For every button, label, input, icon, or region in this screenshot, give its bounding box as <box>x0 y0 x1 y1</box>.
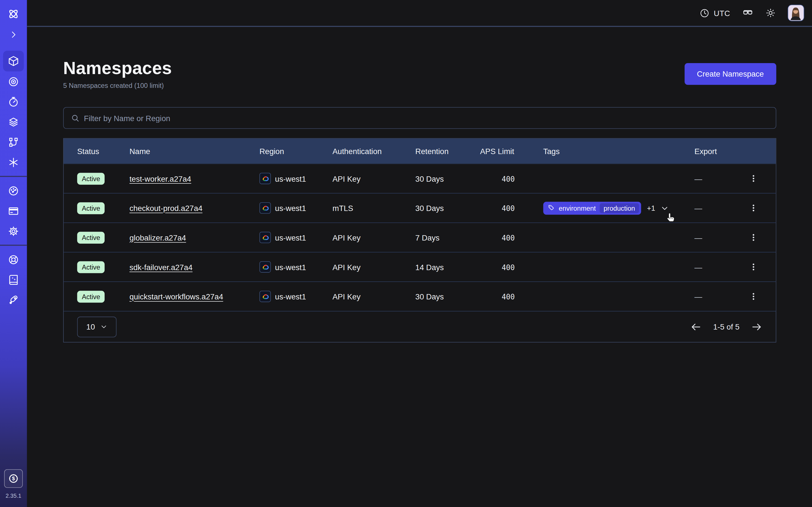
col-status: Status <box>77 147 130 156</box>
tag-icon <box>548 205 555 212</box>
namespace-link[interactable]: test-worker.a27a4 <box>130 174 191 183</box>
sidebar-nav-account <box>3 180 24 241</box>
sparkle-book-icon <box>8 274 19 285</box>
sun-icon <box>765 8 776 18</box>
export-value: — <box>695 233 702 242</box>
sidebar-item-workflows[interactable] <box>3 71 24 92</box>
namespace-link[interactable]: sdk-failover.a27a4 <box>130 263 193 271</box>
namespace-link[interactable]: checkout-prod.a27a4 <box>130 204 202 212</box>
disc-icon <box>8 76 19 87</box>
sidebar-item-usage[interactable] <box>3 180 24 201</box>
timezone-label: UTC <box>714 8 730 17</box>
table-row: Active globalizer.a27a4 us-west1 API Key… <box>64 223 776 252</box>
table-row: Active sdk-failover.a27a4 us-west1 API K… <box>64 252 776 281</box>
page-size-select[interactable]: 10 <box>77 316 117 337</box>
region-label: us-west1 <box>275 233 306 242</box>
rocket-icon <box>8 294 19 305</box>
pagination: 1-5 of 5 <box>691 321 762 332</box>
topbar: UTC <box>27 0 812 27</box>
sidebar-item-batch[interactable] <box>3 132 24 152</box>
next-page-button[interactable] <box>751 321 762 332</box>
namespace-link[interactable]: quickstart-workflows.a27a4 <box>130 292 223 301</box>
table-header-row: Status Name Region Authentication Retent… <box>64 138 776 163</box>
export-value: — <box>695 292 702 301</box>
region-label: us-west1 <box>275 204 306 212</box>
sidebar-item-deployments[interactable] <box>3 112 24 132</box>
sidebar-item-getting-started[interactable] <box>3 290 24 310</box>
temporal-logo[interactable] <box>3 4 24 24</box>
sidebar-item-billing[interactable] <box>3 201 24 221</box>
row-menu-button[interactable] <box>746 171 761 186</box>
tag-key: environment <box>559 204 596 212</box>
row-menu-button[interactable] <box>746 201 761 215</box>
retention: 30 Days <box>415 292 480 301</box>
col-tags: Tags <box>543 147 695 156</box>
region-label: us-west1 <box>275 292 306 301</box>
auth-method: API Key <box>333 292 415 301</box>
chevron-right-icon <box>9 30 18 39</box>
layers-icon <box>8 116 19 127</box>
status-badge: Active <box>77 261 105 273</box>
status-badge: Active <box>77 231 105 243</box>
table-footer: 10 1-5 of 5 <box>64 311 776 342</box>
export-value: — <box>695 174 702 183</box>
sidebar: $ 2.35.1 <box>0 0 27 507</box>
create-namespace-button[interactable]: Create Namespace <box>684 63 776 84</box>
sidebar-item-settings[interactable] <box>3 221 24 241</box>
sidebar-item-support[interactable] <box>3 249 24 270</box>
retention: 30 Days <box>415 174 480 183</box>
sidebar-divider <box>0 245 27 246</box>
labs-toggle-button[interactable] <box>742 7 753 18</box>
export-value: — <box>695 263 702 271</box>
tag-chip[interactable]: environment production <box>543 202 642 214</box>
row-menu-button[interactable] <box>746 230 761 244</box>
asterisk-icon <box>8 157 19 168</box>
namespace-count: 5 Namespaces created (100 limit) <box>63 82 172 90</box>
retention: 7 Days <box>415 233 480 242</box>
aps-limit: 400 <box>480 293 515 301</box>
gear-icon <box>8 225 19 237</box>
sidebar-item-docs[interactable] <box>3 270 24 290</box>
arrow-right-icon <box>751 321 762 332</box>
clock-icon <box>700 8 710 18</box>
sidebar-item-nexus[interactable] <box>3 152 24 172</box>
namespaces-table: Status Name Region Authentication Retent… <box>63 138 776 342</box>
region-label: us-west1 <box>275 263 306 271</box>
sidebar-expand-button[interactable] <box>3 24 24 45</box>
sidebar-item-namespaces[interactable] <box>3 51 24 71</box>
gcp-cloud-icon <box>259 262 271 273</box>
auth-method: API Key <box>333 263 415 271</box>
filter-bar <box>63 107 776 129</box>
previous-page-button[interactable] <box>691 321 702 332</box>
svg-text:$: $ <box>12 475 15 482</box>
page-size-value: 10 <box>86 322 95 331</box>
namespace-link[interactable]: globalizer.a27a4 <box>130 233 186 242</box>
row-menu-button[interactable] <box>746 289 761 304</box>
dollar-badge-icon: $ <box>8 473 19 484</box>
status-badge: Active <box>77 173 105 184</box>
gcp-cloud-icon <box>259 232 271 243</box>
chevron-down-icon[interactable] <box>661 204 669 212</box>
sidebar-divider <box>0 176 27 177</box>
region-label: us-west1 <box>275 174 306 183</box>
tag-more-count[interactable]: +1 <box>647 204 655 212</box>
gauge-icon <box>8 185 19 196</box>
row-menu-button[interactable] <box>746 260 761 274</box>
aps-limit: 400 <box>480 175 515 183</box>
status-badge: Active <box>77 202 105 214</box>
retention: 14 Days <box>415 263 480 271</box>
gcp-cloud-icon <box>259 202 271 214</box>
auth-method: API Key <box>333 174 415 183</box>
aps-limit: 400 <box>480 204 515 212</box>
credits-button[interactable]: $ <box>4 469 23 488</box>
glasses-icon <box>742 7 753 18</box>
timer-icon <box>8 96 19 107</box>
filter-input[interactable] <box>84 114 769 122</box>
col-region: Region <box>259 147 333 156</box>
gcp-cloud-icon <box>259 173 271 184</box>
pagination-range: 1-5 of 5 <box>713 322 739 331</box>
sidebar-item-schedules[interactable] <box>3 92 24 112</box>
timezone-selector[interactable]: UTC <box>700 8 730 18</box>
user-avatar[interactable] <box>788 5 804 21</box>
theme-toggle-button[interactable] <box>765 8 776 18</box>
